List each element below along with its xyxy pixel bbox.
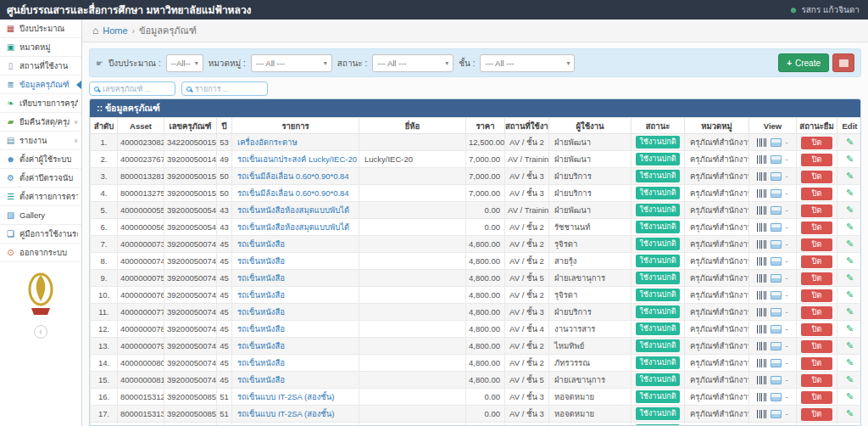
image-icon[interactable] xyxy=(771,359,782,367)
borrow-status-button[interactable]: ปิด xyxy=(801,221,833,234)
item-link[interactable]: รถเข็นเอนกประสงค์ Lucky/IEC-20 xyxy=(237,154,357,164)
edit-button[interactable]: ✎ xyxy=(846,171,854,181)
item-link[interactable]: รถเข็นหนังสือ xyxy=(237,307,285,317)
edit-button[interactable]: ✎ xyxy=(846,272,854,283)
sidebar-item-manual[interactable]: ❏คู่มือการใช้งานระบบ xyxy=(0,225,81,244)
category-select[interactable]: --- All ---▾ xyxy=(251,54,332,72)
edit-button[interactable]: ✎ xyxy=(846,357,854,367)
image-icon[interactable] xyxy=(771,172,782,181)
edit-button[interactable]: ✎ xyxy=(846,154,854,164)
image-icon[interactable] xyxy=(771,410,782,418)
image-icon[interactable] xyxy=(771,274,782,283)
image-icon[interactable] xyxy=(771,325,782,334)
edit-button[interactable]: ✎ xyxy=(846,323,854,334)
fiscal-year-select[interactable]: --All--▾ xyxy=(166,54,203,72)
edit-button[interactable]: ✎ xyxy=(846,221,854,232)
sidebar-item-category[interactable]: ▣หมวดหมู่ xyxy=(0,38,81,57)
edit-button[interactable]: ✎ xyxy=(846,137,854,147)
sidebar-item-borrow-return[interactable]: ▰ยืมคืนวัสดุ/ครุภัณฑ์∨ xyxy=(0,113,81,132)
barcode-icon[interactable] xyxy=(757,359,767,367)
borrow-status-button[interactable]: ปิด xyxy=(801,391,833,404)
item-search-input[interactable] xyxy=(195,85,263,93)
asset-search-input[interactable] xyxy=(103,85,170,93)
image-icon[interactable] xyxy=(771,257,782,266)
item-link[interactable]: รถเข็นหนังสือห้องสมุดแบบพับได้ xyxy=(237,205,349,215)
barcode-icon[interactable] xyxy=(757,257,767,266)
item-link[interactable]: รถเข็นหนังสือ xyxy=(237,239,285,249)
item-link[interactable]: รถเข็นหนังสือ xyxy=(237,341,285,350)
image-icon[interactable] xyxy=(771,240,782,249)
image-icon[interactable] xyxy=(771,189,782,198)
borrow-status-button[interactable]: ปิด xyxy=(801,205,833,217)
borrow-status-button[interactable]: ปิด xyxy=(801,272,833,285)
item-link[interactable]: รถเข็นหนังสือ xyxy=(237,273,285,283)
edit-button[interactable]: ✎ xyxy=(846,238,854,249)
breadcrumb-home-link[interactable]: Home xyxy=(103,25,127,36)
barcode-icon[interactable] xyxy=(757,376,767,384)
item-link[interactable]: รถเข็นมีล้อเลื่อน 0.60*0.90*0.84 xyxy=(237,171,349,181)
barcode-icon[interactable] xyxy=(757,342,767,350)
barcode-icon[interactable] xyxy=(757,410,767,418)
barcode-icon[interactable] xyxy=(757,393,767,401)
item-link[interactable]: รถเข็นหนังสือ xyxy=(237,256,285,266)
floor-select[interactable]: --- All ---▾ xyxy=(480,54,575,72)
barcode-icon[interactable] xyxy=(757,223,767,232)
edit-button[interactable]: ✎ xyxy=(846,340,854,350)
image-icon[interactable] xyxy=(771,342,782,350)
item-link[interactable]: เครื่องอัดกระดาษ xyxy=(237,137,298,147)
edit-button[interactable]: ✎ xyxy=(846,289,854,300)
borrow-status-button[interactable]: ปิด xyxy=(801,255,833,268)
borrow-status-button[interactable]: ปิด xyxy=(801,188,833,200)
sidebar-item-location[interactable]: ▯สถานที่ใช้งาน xyxy=(0,57,81,76)
barcode-icon[interactable] xyxy=(757,155,767,164)
barcode-icon[interactable] xyxy=(757,189,767,198)
item-link[interactable]: รถเข็นหนังสือ xyxy=(237,324,285,334)
barcode-icon[interactable] xyxy=(757,274,767,283)
item-link[interactable]: รถเข็นมีล้อเลื่อน 0.60*0.90*0.84 xyxy=(237,188,349,198)
image-icon[interactable] xyxy=(771,138,782,147)
sidebar-item-user-settings[interactable]: ☻ตั้งค่าผู้ใช้ระบบ xyxy=(0,150,81,169)
image-icon[interactable] xyxy=(771,206,782,215)
sidebar-item-reports[interactable]: ▤รายงาน∨ xyxy=(0,132,81,150)
image-icon[interactable] xyxy=(771,223,782,232)
borrow-status-button[interactable]: ปิด xyxy=(801,323,833,336)
create-button[interactable]: + Create xyxy=(778,53,829,72)
image-icon[interactable] xyxy=(771,376,782,384)
item-link[interactable]: รถเข็นหนังสือ xyxy=(237,375,285,384)
barcode-icon[interactable] xyxy=(757,308,767,317)
sidebar-item-count-year-settings[interactable]: ⚙ตั้งค่าปีตรวจนับ xyxy=(0,169,81,188)
image-icon[interactable] xyxy=(771,291,782,300)
barcode-icon[interactable] xyxy=(757,240,767,249)
borrow-status-button[interactable]: ปิด xyxy=(801,306,833,319)
edit-button[interactable]: ✎ xyxy=(846,374,854,384)
item-link[interactable]: รถเข็นหนังสือ xyxy=(237,358,285,367)
edit-button[interactable]: ✎ xyxy=(846,205,854,215)
borrow-status-button[interactable]: ปิด xyxy=(801,374,833,387)
barcode-icon[interactable] xyxy=(757,138,767,147)
edit-button[interactable]: ✎ xyxy=(846,188,854,198)
borrow-status-button[interactable]: ปิด xyxy=(801,238,833,251)
sidebar-collapse-button[interactable]: ‹ xyxy=(34,325,47,339)
image-icon[interactable] xyxy=(771,308,782,317)
image-icon[interactable] xyxy=(771,155,782,164)
barcode-icon[interactable] xyxy=(757,325,767,334)
sidebar-item-logout[interactable]: ⊙ออกจากระบบ xyxy=(0,244,81,262)
item-link[interactable]: รถเข็นแบบ IT-2SA (สองชั้น) xyxy=(237,409,334,418)
sidebar-item-gallery[interactable]: ▨Gallery xyxy=(0,206,81,225)
barcode-icon[interactable] xyxy=(757,172,767,181)
sidebar-item-fiscal-year[interactable]: ▦ปีงบประมาณ xyxy=(0,20,81,38)
borrow-status-button[interactable]: ปิด xyxy=(801,357,833,370)
status-select[interactable]: --- All ---▾ xyxy=(372,54,453,72)
borrow-status-button[interactable]: ปิด xyxy=(801,408,833,421)
sidebar-item-compare-equipment[interactable]: ❧เทียบรายการครุภัณฑ์ xyxy=(0,94,81,113)
borrow-status-button[interactable]: ปิด xyxy=(801,137,833,149)
barcode-icon[interactable] xyxy=(757,206,767,215)
export-button[interactable] xyxy=(832,53,854,72)
barcode-icon[interactable] xyxy=(757,291,767,300)
sidebar-item-count-list-settings[interactable]: ☰ตั้งค่ารายการตรวจนับ xyxy=(0,188,81,206)
sidebar-item-equipment-data[interactable]: ≣ข้อมูลครุภัณฑ์ xyxy=(0,76,81,94)
image-icon[interactable] xyxy=(771,393,782,401)
borrow-status-button[interactable]: ปิด xyxy=(801,340,833,353)
edit-button[interactable]: ✎ xyxy=(846,408,854,418)
borrow-status-button[interactable]: ปิด xyxy=(801,289,833,302)
